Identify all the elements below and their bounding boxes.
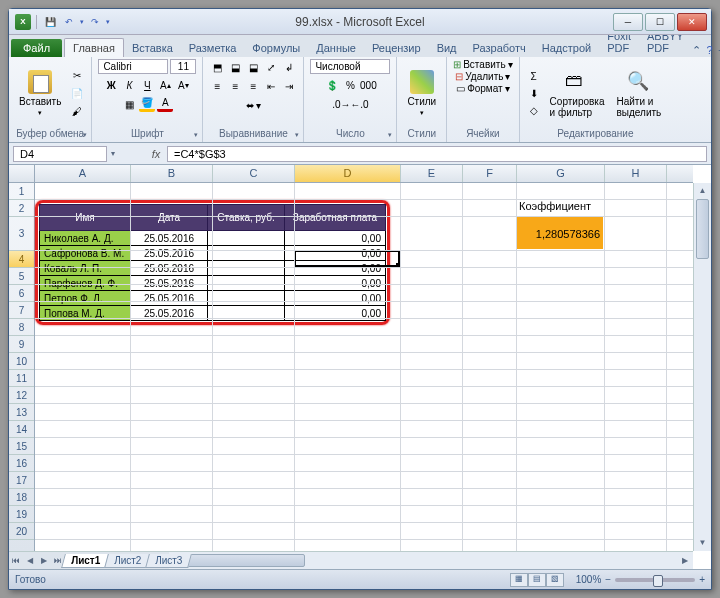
currency-button[interactable]: 💲: [324, 77, 340, 93]
row-header-9[interactable]: 9: [9, 336, 34, 353]
format-cells-button[interactable]: ▭ Формат ▾: [456, 83, 510, 94]
tab-developer[interactable]: Разработч: [465, 39, 534, 57]
paste-button[interactable]: Вставить ▾: [15, 68, 65, 119]
row-header-18[interactable]: 18: [9, 489, 34, 506]
row-header-2[interactable]: 2: [9, 200, 34, 217]
column-header-G[interactable]: G: [517, 165, 605, 182]
table-cell[interactable]: 25.05.2016: [131, 246, 208, 261]
delete-cells-button[interactable]: ⊟ Удалить ▾: [455, 71, 510, 82]
font-name-combo[interactable]: Calibri: [98, 59, 168, 74]
table-cell[interactable]: Сафронова В. М.: [40, 246, 131, 261]
wrap-text-button[interactable]: ↲: [281, 59, 297, 75]
column-headers[interactable]: ABCDEFGH: [35, 165, 693, 183]
tab-formulas[interactable]: Формулы: [244, 39, 308, 57]
cut-button[interactable]: ✂: [69, 68, 85, 84]
table-cell[interactable]: 25.05.2016: [131, 231, 208, 246]
clear-button[interactable]: ◇: [526, 103, 542, 119]
vertical-scrollbar[interactable]: ▲ ▼: [693, 183, 711, 551]
align-middle[interactable]: ⬓: [227, 59, 243, 75]
font-size-combo[interactable]: 11: [170, 59, 196, 74]
row-headers[interactable]: 1234567891011121314151617181920: [9, 183, 35, 551]
table-cell[interactable]: Парфенов Д. Ф.: [40, 276, 131, 291]
sheet-tab-1[interactable]: Лист1: [61, 554, 110, 568]
row-header-3[interactable]: 3: [9, 217, 34, 251]
column-header-D[interactable]: D: [295, 165, 401, 182]
tab-view[interactable]: Вид: [429, 39, 465, 57]
bold-button[interactable]: Ж: [103, 77, 119, 93]
help-icon[interactable]: ?: [707, 44, 713, 57]
table-cell[interactable]: Петров Ф. Л.: [40, 291, 131, 306]
table-cell[interactable]: Коваль Л. П.: [40, 261, 131, 276]
font-color-button[interactable]: A: [157, 96, 173, 112]
row-header-6[interactable]: 6: [9, 285, 34, 302]
save-button[interactable]: 💾: [42, 14, 58, 30]
row-header-1[interactable]: 1: [9, 183, 34, 200]
column-header-B[interactable]: B: [131, 165, 213, 182]
italic-button[interactable]: К: [121, 77, 137, 93]
table-cell[interactable]: 0,00: [285, 246, 386, 261]
autosum-button[interactable]: Σ: [526, 69, 542, 85]
hscroll-thumb[interactable]: [185, 554, 305, 567]
scroll-right-icon[interactable]: ▶: [677, 552, 693, 569]
row-header-4[interactable]: 4: [9, 251, 34, 268]
tab-insert[interactable]: Вставка: [124, 39, 181, 57]
view-break[interactable]: ▧: [546, 573, 564, 587]
align-left[interactable]: ≡: [209, 78, 225, 94]
column-header-F[interactable]: F: [463, 165, 517, 182]
sheet-tab-3[interactable]: Лист3: [146, 554, 193, 568]
sheet-nav-first[interactable]: ⏮: [9, 556, 23, 565]
row-header-19[interactable]: 19: [9, 506, 34, 523]
row-header-20[interactable]: 20: [9, 523, 34, 540]
row-header-16[interactable]: 16: [9, 455, 34, 472]
sort-filter-button[interactable]: 🗃 Сортировка и фильтр: [546, 68, 609, 120]
table-cell[interactable]: 0,00: [285, 291, 386, 306]
name-box[interactable]: D4: [13, 146, 107, 162]
zoom-out-button[interactable]: −: [605, 574, 611, 585]
horizontal-scrollbar[interactable]: ◀ ▶: [169, 551, 693, 569]
table-cell[interactable]: [208, 291, 285, 306]
redo-button[interactable]: ↷: [87, 14, 103, 30]
tab-pagelayout[interactable]: Разметка: [181, 39, 245, 57]
view-layout[interactable]: ▤: [528, 573, 546, 587]
row-header-8[interactable]: 8: [9, 319, 34, 336]
ribbon-minimize-icon[interactable]: ⌃: [692, 44, 701, 57]
scroll-up-icon[interactable]: ▲: [694, 183, 711, 199]
zoom-slider[interactable]: [615, 578, 695, 582]
undo-button[interactable]: ↶: [61, 14, 77, 30]
table-cell[interactable]: Николаев А. Д.: [40, 231, 131, 246]
vscroll-thumb[interactable]: [696, 199, 709, 259]
decrease-indent[interactable]: ⇤: [263, 78, 279, 94]
thousands-button[interactable]: 000: [360, 77, 376, 93]
table-cell[interactable]: 0,00: [285, 231, 386, 246]
row-header-13[interactable]: 13: [9, 404, 34, 421]
fill-color-button[interactable]: 🪣: [139, 96, 155, 112]
border-button[interactable]: ▦: [121, 96, 137, 112]
sheet-nav-prev[interactable]: ◀: [23, 556, 37, 565]
fill-button[interactable]: ⬇: [526, 86, 542, 102]
insert-cells-button[interactable]: ⊞ Вставить ▾: [453, 59, 512, 70]
row-header-17[interactable]: 17: [9, 472, 34, 489]
cell-styles-button[interactable]: Стили ▾: [403, 68, 440, 119]
tab-review[interactable]: Рецензир: [364, 39, 429, 57]
formula-bar[interactable]: =C4*$G$3: [167, 146, 707, 162]
orientation-button[interactable]: ⤢: [263, 59, 279, 75]
table-cell[interactable]: [208, 276, 285, 291]
decrease-decimal[interactable]: ←.0: [351, 96, 367, 112]
close-button[interactable]: ✕: [677, 13, 707, 31]
column-header-E[interactable]: E: [401, 165, 463, 182]
row-header-5[interactable]: 5: [9, 268, 34, 285]
table-cell[interactable]: [208, 231, 285, 246]
shrink-font-button[interactable]: A▾: [175, 77, 191, 93]
table-cell[interactable]: 0,00: [285, 276, 386, 291]
row-header-15[interactable]: 15: [9, 438, 34, 455]
increase-decimal[interactable]: .0→: [333, 96, 349, 112]
number-format-combo[interactable]: Числовой: [310, 59, 390, 74]
sheet-nav-next[interactable]: ▶: [37, 556, 51, 565]
qat-customize[interactable]: ▾: [106, 18, 110, 26]
percent-button[interactable]: %: [342, 77, 358, 93]
merge-button[interactable]: ⬌ ▾: [242, 97, 266, 113]
format-painter-button[interactable]: 🖌: [69, 104, 85, 120]
coefficient-cell[interactable]: 1,280578366: [517, 217, 603, 249]
tab-addins[interactable]: Надстрой: [534, 39, 599, 57]
underline-button[interactable]: Ч: [139, 77, 155, 93]
